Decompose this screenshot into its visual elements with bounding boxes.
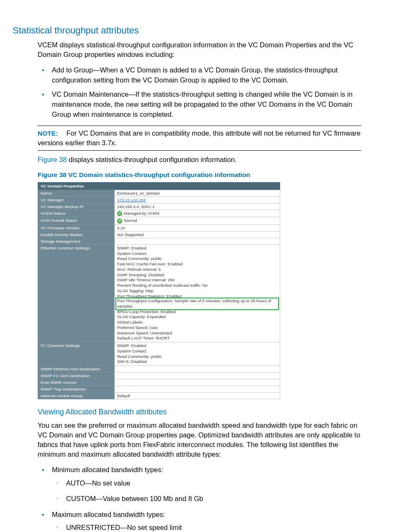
setting-line: VLAN Capacity: Expanded [117, 314, 277, 320]
note-block: NOTE: For VC Domains that are in compati… [38, 126, 361, 151]
setting-line: SNMP: Enabled [117, 246, 277, 251]
row-value: 4.10 [115, 224, 280, 231]
table-row: Network Access Group: Default [38, 393, 280, 399]
list-item: CUSTOM—Value between 100 Mb and 8 Gb [66, 494, 361, 504]
setting-line: Fast MAC Cache Fail-over: Enabled [117, 262, 277, 267]
list-item: VC Domain Maintenance—If the statistics-… [52, 90, 361, 120]
ethernet-settings-value: SNMP: Enabled System Contact: Read Commu… [115, 244, 280, 342]
row-label: Network Access Group: [38, 393, 115, 399]
setting-line: System Contact: [117, 349, 277, 354]
setting-line: Maximum Speed: Unrestricted [117, 331, 277, 336]
setting-line: System Contact: [117, 251, 277, 257]
list-item: Minimum allocated bandwidth types: AUTO—… [52, 465, 361, 504]
row-value [115, 386, 280, 393]
setting-line: Read Community: public [117, 256, 277, 262]
note-text: For VC Domains that are in compatibility… [38, 129, 361, 146]
vc-domain-properties-table: VC Domain Properties Name: Enclosure1_vc… [38, 182, 280, 399]
table-row: VC Manager Backup IP: 192.168.4.4, 2001:… [38, 203, 280, 210]
setting-line: Preferred Speed: Auto [117, 325, 277, 331]
row-value: Not Supported [115, 231, 280, 238]
table-row: FC Common Settings: SNMP: Enabled System… [38, 342, 280, 366]
intro-paragraph: VCEM displays statistical-throughput con… [38, 40, 361, 59]
highlighted-setting-line: Port Throughput Configuration: Sample ra… [116, 298, 278, 309]
row-label: Ethernet Common Settings: [38, 244, 115, 342]
table-row: VCEM Status: Managed by VCEM [38, 210, 280, 217]
row-label: VC Manager Backup IP: [38, 203, 115, 210]
row-label: VC Manager: [38, 197, 115, 203]
table-row: SNMP Trap Destinations: [38, 386, 280, 393]
setting-line: IGMP Snooping: Disabled [117, 272, 277, 278]
intro-bullet-list: Add to Group—When a VC Domain is added t… [38, 65, 361, 120]
min-bandwidth-sublist: AUTO—No set value CUSTOM—Value between 1… [52, 478, 361, 504]
row-label: Storage Management: [38, 238, 115, 244]
setting-line: VLAN Tagging: Map [117, 288, 277, 294]
setting-line: Global Labels: [117, 320, 277, 325]
row-label: VCEM Status: [38, 210, 115, 217]
row-label: VCM Overall Status: [38, 217, 115, 224]
list-item: Add to Group—When a VC Domain is added t… [52, 65, 361, 85]
row-value [115, 238, 280, 244]
setting-line: MAC Refresh Interval: 5 [117, 267, 277, 272]
table-row: SNMP FC Alert Destination: [38, 373, 280, 379]
row-label: Double-Density Blades: [38, 231, 115, 238]
row-value: Enclosure1_vc_domain [115, 190, 280, 197]
setting-line: Default LACP Timer: SHORT [117, 336, 277, 341]
setting-line: Prevent flooding of unsolicited multicas… [117, 283, 277, 288]
setting-line: SMI-S: Disabled [117, 359, 277, 365]
figure-reference-link[interactable]: Figure 38 [38, 156, 67, 163]
table-row: Ethernet Common Settings: SNMP: Enabled … [38, 244, 280, 342]
list-item-heading: Minimum allocated bandwidth types: [52, 466, 163, 473]
subsection-heading: Viewing Allocated Bandwidth attributes [38, 408, 361, 416]
row-value: 192.168.4.4, 2001::1 [115, 203, 280, 210]
row-label: FC Common Settings: [38, 342, 115, 366]
subsection-paragraph: You can see the preferred or maximum all… [38, 421, 361, 459]
row-value: Managed by VCEM [115, 210, 280, 217]
setting-line: BPDU Loop Protection: Enabled [117, 309, 277, 315]
table-row: VC Manager: 172.16.110.104 [38, 197, 280, 203]
row-value [115, 373, 280, 379]
row-label: VC Firmware Version: [38, 224, 115, 231]
list-item: Maximum allocated bandwidth types: UNRES… [52, 510, 361, 532]
row-label: SNMP Ethernet Alert Destination: [38, 366, 115, 373]
row-label: SNMP Trap Destinations: [38, 386, 115, 393]
row-value: Normal [115, 217, 280, 224]
table-row: VCM Overall Status: Normal [38, 217, 280, 224]
list-item: UNRESTRICTED—No set speed limit [66, 523, 361, 532]
table-row: Double-Density Blades: Not Supported [38, 231, 280, 238]
setting-line: IGMP Idle Timeout Interval: 260 [117, 278, 277, 283]
note-label: NOTE: [38, 130, 58, 137]
row-value [115, 366, 280, 373]
table-row: Storage Management: [38, 238, 280, 244]
table-row: VC Firmware Version: 4.10 [38, 224, 280, 231]
table-row: SNMP Ethernet Alert Destination: [38, 366, 280, 373]
figure-caption: Figure 38 VC Domain statistics-throughpu… [38, 171, 361, 179]
table-row: Name: Enclosure1_vc_domain [38, 190, 280, 197]
fc-settings-value: SNMP: Enabled System Contact: Read Commu… [115, 342, 280, 366]
max-bandwidth-sublist: UNRESTRICTED—No set speed limit CUSTOM—V… [52, 523, 361, 532]
section-heading: Statistical throughput attributes [0, 25, 361, 36]
status-text: Normal [124, 218, 137, 223]
row-label: SNMP FC Alert Destination: [38, 373, 115, 379]
row-label: Enet SNMP Access: [38, 379, 115, 386]
setting-line: Read Community: public [117, 354, 277, 360]
table-row: Enet SNMP Access: [38, 379, 280, 386]
status-ok-icon [117, 211, 122, 216]
row-value [115, 379, 280, 386]
status-text: Managed by VCEM [124, 211, 159, 216]
bandwidth-types-list: Minimum allocated bandwidth types: AUTO—… [38, 465, 361, 532]
vc-manager-link[interactable]: 172.16.110.104 [115, 197, 280, 203]
status-ok-icon [117, 218, 122, 224]
row-label: Name: [38, 190, 115, 197]
list-item-heading: Maximum allocated bandwidth types: [52, 511, 165, 518]
table-header: VC Domain Properties [38, 182, 280, 190]
row-value: Default [115, 393, 280, 399]
list-item: AUTO—No set value [66, 478, 361, 488]
setting-line: SNMP: Enabled [117, 343, 277, 349]
figure-ref-tail: displays statistics-throughput configura… [67, 156, 237, 163]
figure-ref-sentence: Figure 38 displays statistics-throughput… [38, 155, 361, 164]
